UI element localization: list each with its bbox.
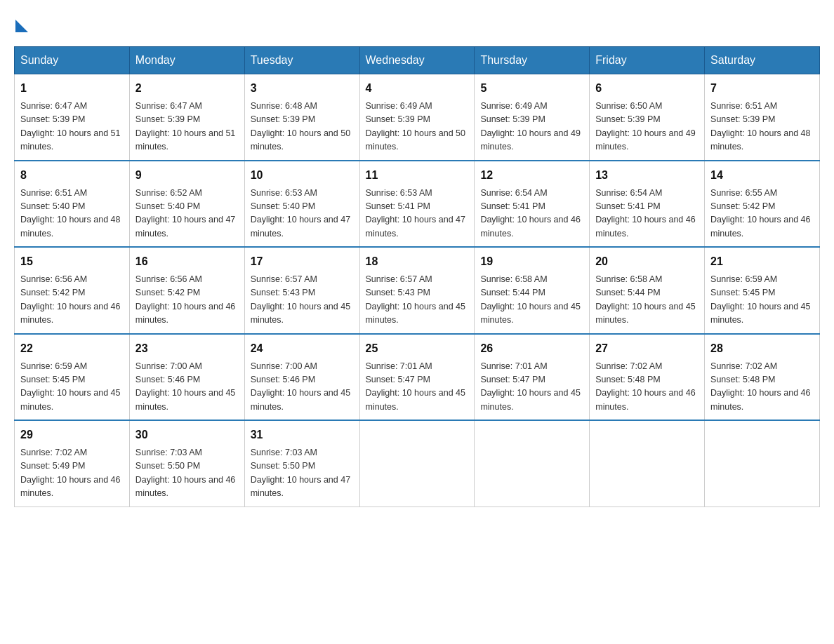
calendar-cell: 4 Sunrise: 6:49 AM Sunset: 5:39 PM Dayli… — [359, 74, 475, 161]
cell-info: Sunrise: 6:52 AM Sunset: 5:40 PM Dayligh… — [135, 187, 239, 241]
day-number: 4 — [366, 80, 469, 97]
day-number: 9 — [135, 167, 239, 184]
calendar-cell: 19 Sunrise: 6:58 AM Sunset: 5:44 PM Dayl… — [475, 247, 590, 334]
column-header-friday: Friday — [590, 47, 705, 74]
logo — [14, 14, 28, 32]
calendar-cell: 17 Sunrise: 6:57 AM Sunset: 5:43 PM Dayl… — [244, 247, 359, 334]
day-number: 13 — [595, 167, 699, 184]
calendar-table: SundayMondayTuesdayWednesdayThursdayFrid… — [14, 46, 820, 507]
day-number: 22 — [20, 340, 124, 357]
column-header-wednesday: Wednesday — [359, 47, 475, 74]
logo-blue-row — [14, 14, 28, 32]
calendar-cell: 28 Sunrise: 7:02 AM Sunset: 5:48 PM Dayl… — [705, 334, 820, 421]
cell-info: Sunrise: 6:54 AM Sunset: 5:41 PM Dayligh… — [595, 187, 699, 241]
calendar-cell: 9 Sunrise: 6:52 AM Sunset: 5:40 PM Dayli… — [129, 161, 244, 248]
cell-info: Sunrise: 7:03 AM Sunset: 5:50 PM Dayligh… — [251, 446, 354, 501]
day-number: 18 — [366, 253, 469, 270]
calendar-cell: 31 Sunrise: 7:03 AM Sunset: 5:50 PM Dayl… — [244, 420, 359, 507]
calendar-cell: 11 Sunrise: 6:53 AM Sunset: 5:41 PM Dayl… — [359, 161, 475, 248]
cell-info: Sunrise: 6:49 AM Sunset: 5:39 PM Dayligh… — [366, 100, 469, 154]
cell-info: Sunrise: 6:53 AM Sunset: 5:41 PM Dayligh… — [366, 187, 469, 241]
calendar-cell: 1 Sunrise: 6:47 AM Sunset: 5:39 PM Dayli… — [15, 74, 130, 161]
day-number: 12 — [480, 167, 583, 184]
column-header-tuesday: Tuesday — [244, 47, 359, 74]
cell-info: Sunrise: 6:55 AM Sunset: 5:42 PM Dayligh… — [710, 187, 814, 241]
day-number: 25 — [366, 340, 469, 357]
cell-info: Sunrise: 7:03 AM Sunset: 5:50 PM Dayligh… — [135, 446, 239, 501]
calendar-cell: 15 Sunrise: 6:56 AM Sunset: 5:42 PM Dayl… — [15, 247, 130, 334]
day-number: 11 — [366, 167, 469, 184]
calendar-cell: 8 Sunrise: 6:51 AM Sunset: 5:40 PM Dayli… — [15, 161, 130, 248]
week-row-3: 15 Sunrise: 6:56 AM Sunset: 5:42 PM Dayl… — [15, 247, 820, 334]
cell-info: Sunrise: 7:02 AM Sunset: 5:48 PM Dayligh… — [710, 360, 814, 415]
day-number: 1 — [20, 80, 124, 97]
cell-info: Sunrise: 6:51 AM Sunset: 5:39 PM Dayligh… — [710, 100, 814, 154]
cell-info: Sunrise: 6:48 AM Sunset: 5:39 PM Dayligh… — [251, 100, 354, 154]
calendar-cell: 22 Sunrise: 6:59 AM Sunset: 5:45 PM Dayl… — [15, 334, 130, 421]
cell-info: Sunrise: 6:56 AM Sunset: 5:42 PM Dayligh… — [20, 273, 124, 328]
week-row-4: 22 Sunrise: 6:59 AM Sunset: 5:45 PM Dayl… — [15, 334, 820, 421]
cell-info: Sunrise: 6:59 AM Sunset: 5:45 PM Dayligh… — [710, 273, 814, 328]
cell-info: Sunrise: 7:00 AM Sunset: 5:46 PM Dayligh… — [251, 360, 354, 415]
day-number: 27 — [595, 340, 699, 357]
column-header-saturday: Saturday — [705, 47, 820, 74]
cell-info: Sunrise: 6:47 AM Sunset: 5:39 PM Dayligh… — [135, 100, 239, 154]
calendar-cell: 30 Sunrise: 7:03 AM Sunset: 5:50 PM Dayl… — [129, 420, 244, 507]
cell-info: Sunrise: 6:51 AM Sunset: 5:40 PM Dayligh… — [20, 187, 124, 241]
day-number: 21 — [710, 253, 814, 270]
day-number: 28 — [710, 340, 814, 357]
calendar-cell: 21 Sunrise: 6:59 AM Sunset: 5:45 PM Dayl… — [705, 247, 820, 334]
cell-info: Sunrise: 6:47 AM Sunset: 5:39 PM Dayligh… — [20, 100, 124, 154]
calendar-cell: 29 Sunrise: 7:02 AM Sunset: 5:49 PM Dayl… — [15, 420, 130, 507]
calendar-cell: 7 Sunrise: 6:51 AM Sunset: 5:39 PM Dayli… — [705, 74, 820, 161]
calendar-cell — [590, 420, 705, 507]
week-row-2: 8 Sunrise: 6:51 AM Sunset: 5:40 PM Dayli… — [15, 161, 820, 248]
calendar-cell: 27 Sunrise: 7:02 AM Sunset: 5:48 PM Dayl… — [590, 334, 705, 421]
day-number: 29 — [20, 427, 124, 443]
calendar-cell: 23 Sunrise: 7:00 AM Sunset: 5:46 PM Dayl… — [129, 334, 244, 421]
day-number: 3 — [251, 80, 354, 97]
cell-info: Sunrise: 6:58 AM Sunset: 5:44 PM Dayligh… — [480, 273, 583, 328]
calendar-cell: 16 Sunrise: 6:56 AM Sunset: 5:42 PM Dayl… — [129, 247, 244, 334]
day-number: 8 — [20, 167, 124, 184]
cell-info: Sunrise: 6:58 AM Sunset: 5:44 PM Dayligh… — [595, 273, 699, 328]
calendar-cell: 10 Sunrise: 6:53 AM Sunset: 5:40 PM Dayl… — [244, 161, 359, 248]
calendar-cell: 12 Sunrise: 6:54 AM Sunset: 5:41 PM Dayl… — [475, 161, 590, 248]
calendar-cell: 2 Sunrise: 6:47 AM Sunset: 5:39 PM Dayli… — [129, 74, 244, 161]
calendar-cell — [359, 420, 475, 507]
day-number: 15 — [20, 253, 124, 270]
day-number: 26 — [480, 340, 583, 357]
calendar-cell — [475, 420, 590, 507]
day-number: 20 — [595, 253, 699, 270]
cell-info: Sunrise: 6:57 AM Sunset: 5:43 PM Dayligh… — [251, 273, 354, 328]
calendar-cell: 5 Sunrise: 6:49 AM Sunset: 5:39 PM Dayli… — [475, 74, 590, 161]
calendar-cell: 14 Sunrise: 6:55 AM Sunset: 5:42 PM Dayl… — [705, 161, 820, 248]
column-header-monday: Monday — [129, 47, 244, 74]
calendar-cell — [705, 420, 820, 507]
day-number: 23 — [135, 340, 239, 357]
column-header-sunday: Sunday — [15, 47, 130, 74]
calendar-cell: 25 Sunrise: 7:01 AM Sunset: 5:47 PM Dayl… — [359, 334, 475, 421]
cell-info: Sunrise: 7:02 AM Sunset: 5:48 PM Dayligh… — [595, 360, 699, 415]
calendar-cell: 6 Sunrise: 6:50 AM Sunset: 5:39 PM Dayli… — [590, 74, 705, 161]
day-number: 14 — [710, 167, 814, 184]
cell-info: Sunrise: 6:57 AM Sunset: 5:43 PM Dayligh… — [366, 273, 469, 328]
day-number: 6 — [595, 80, 699, 97]
day-number: 31 — [251, 427, 354, 443]
calendar-cell: 18 Sunrise: 6:57 AM Sunset: 5:43 PM Dayl… — [359, 247, 475, 334]
day-number: 30 — [135, 427, 239, 443]
week-row-1: 1 Sunrise: 6:47 AM Sunset: 5:39 PM Dayli… — [15, 74, 820, 161]
calendar-cell: 26 Sunrise: 7:01 AM Sunset: 5:47 PM Dayl… — [475, 334, 590, 421]
day-number: 5 — [480, 80, 583, 97]
page-header — [14, 14, 820, 32]
calendar-cell: 13 Sunrise: 6:54 AM Sunset: 5:41 PM Dayl… — [590, 161, 705, 248]
cell-info: Sunrise: 6:56 AM Sunset: 5:42 PM Dayligh… — [135, 273, 239, 328]
day-number: 7 — [710, 80, 814, 97]
cell-info: Sunrise: 6:59 AM Sunset: 5:45 PM Dayligh… — [20, 360, 124, 415]
day-number: 10 — [251, 167, 354, 184]
cell-info: Sunrise: 7:02 AM Sunset: 5:49 PM Dayligh… — [20, 446, 124, 501]
cell-info: Sunrise: 6:50 AM Sunset: 5:39 PM Dayligh… — [595, 100, 699, 154]
cell-info: Sunrise: 7:01 AM Sunset: 5:47 PM Dayligh… — [480, 360, 583, 415]
day-number: 2 — [135, 80, 239, 97]
day-number: 16 — [135, 253, 239, 270]
